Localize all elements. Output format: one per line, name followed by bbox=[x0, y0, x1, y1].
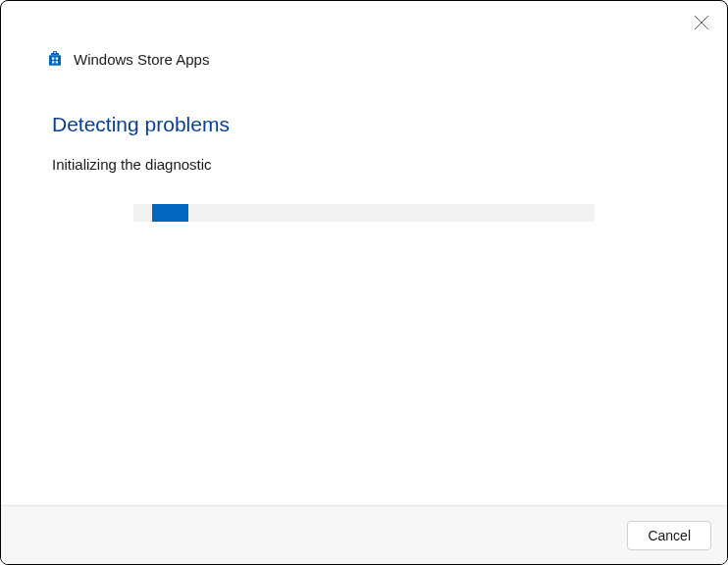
svg-rect-4 bbox=[52, 58, 54, 60]
svg-rect-2 bbox=[54, 52, 57, 54]
svg-rect-7 bbox=[56, 61, 58, 63]
close-button[interactable] bbox=[694, 15, 709, 30]
main-heading: Detecting problems bbox=[52, 113, 676, 136]
close-icon bbox=[694, 15, 709, 30]
store-icon bbox=[46, 50, 64, 68]
progress-fill bbox=[152, 204, 189, 222]
header: Windows Store Apps bbox=[1, 1, 727, 68]
svg-rect-3 bbox=[49, 55, 61, 66]
cancel-button[interactable]: Cancel bbox=[627, 521, 711, 550]
header-title: Windows Store Apps bbox=[74, 51, 209, 68]
svg-rect-5 bbox=[56, 58, 58, 60]
footer: Cancel bbox=[1, 505, 727, 564]
content-area: Detecting problems Initializing the diag… bbox=[1, 68, 727, 505]
progress-bar bbox=[133, 204, 595, 222]
status-text: Initializing the diagnostic bbox=[52, 156, 676, 173]
svg-rect-6 bbox=[52, 61, 54, 63]
